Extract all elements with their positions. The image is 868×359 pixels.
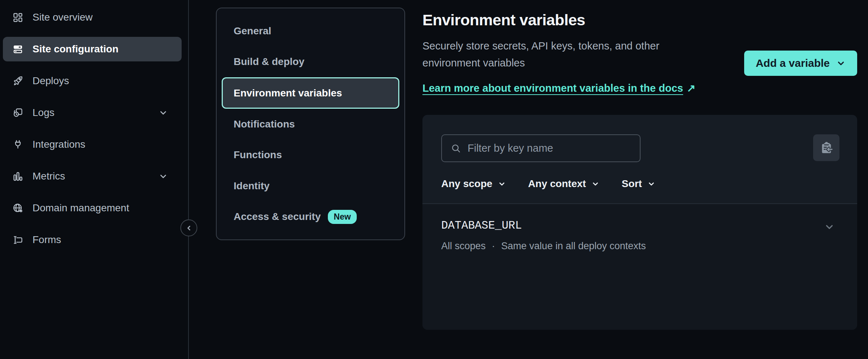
external-link-icon: ↗	[687, 79, 695, 97]
sidebar: Site overview Site configuration	[0, 0, 189, 359]
page-header: Environment variables Securely store sec…	[422, 8, 857, 97]
chevron-down-icon	[591, 180, 599, 188]
bar-chart-icon	[12, 171, 23, 182]
chevron-down-icon[interactable]	[159, 172, 168, 181]
chevron-down-icon	[647, 180, 655, 188]
config-tab-label: Functions	[234, 149, 282, 161]
config-tab-notifications[interactable]: Notifications	[222, 109, 399, 139]
config-tab-general[interactable]: General	[222, 16, 399, 46]
context-filter-dropdown[interactable]: Any context	[528, 178, 599, 190]
config-tab-access-security[interactable]: Access & security New	[222, 202, 399, 232]
sort-dropdown[interactable]: Sort	[622, 178, 655, 190]
config-tab-label: Build & deploy	[234, 56, 304, 68]
config-tab-label: Identity	[234, 180, 270, 192]
env-var-meta: All scopes · Same value in all deploy co…	[441, 241, 646, 252]
sidebar-item-label: Deploys	[32, 75, 69, 87]
config-tab-label: Environment variables	[234, 87, 342, 99]
site-settings-page: Site overview Site configuration	[0, 0, 868, 359]
new-badge: New	[328, 210, 356, 224]
sidebar-collapse-button[interactable]	[181, 220, 198, 237]
environment-variables-section: Environment variables Securely store sec…	[422, 8, 857, 359]
sidebar-item-logs[interactable]: Logs	[3, 100, 182, 125]
page-description: Securely store secrets, API keys, tokens…	[422, 38, 708, 72]
filter-input-container	[441, 134, 641, 162]
logs-icon	[12, 107, 23, 118]
plug-icon	[12, 139, 23, 150]
filter-key-input[interactable]	[468, 142, 631, 154]
chevron-down-icon[interactable]	[159, 108, 168, 117]
sidebar-item-label: Metrics	[32, 170, 65, 182]
expand-row-chevron-icon[interactable]	[824, 221, 835, 232]
sidebar-item-site-configuration[interactable]: Site configuration	[3, 37, 182, 61]
config-tab-label: Access & security	[234, 211, 321, 222]
sidebar-item-domain-management[interactable]: Domain management	[3, 196, 182, 220]
globe-icon	[12, 203, 23, 214]
sidebar-item-forms[interactable]: Forms	[3, 228, 182, 252]
env-var-info: DATABASE_URL All scopes · Same value in …	[441, 219, 646, 252]
env-var-row[interactable]: DATABASE_URL All scopes · Same value in …	[441, 219, 835, 252]
env-vars-panel: Any scope Any context Sort	[422, 115, 857, 330]
rocket-icon	[12, 75, 23, 87]
config-tab-functions[interactable]: Functions	[222, 140, 399, 170]
chevron-down-icon	[836, 59, 846, 68]
env-vars-filters: Any scope Any context Sort	[422, 115, 857, 203]
env-var-key: DATABASE_URL	[441, 219, 646, 232]
config-tab-label: Notifications	[234, 118, 295, 130]
server-icon	[12, 44, 23, 55]
page-title: Environment variables	[422, 11, 708, 29]
site-configuration-nav: General Build & deploy Environment varia…	[216, 8, 405, 240]
sidebar-item-metrics[interactable]: Metrics	[3, 164, 182, 189]
grid-icon	[12, 12, 23, 23]
search-icon	[451, 143, 461, 154]
scope-filter-dropdown[interactable]: Any scope	[441, 178, 506, 190]
config-tab-label: General	[234, 25, 271, 37]
import-env-button[interactable]	[813, 134, 839, 161]
clipboard-import-icon	[820, 141, 833, 154]
add-variable-button[interactable]: Add a variable	[744, 51, 857, 76]
chevron-left-icon	[185, 224, 193, 232]
config-tab-build-deploy[interactable]: Build & deploy	[222, 46, 399, 77]
meta-separator: ·	[492, 241, 495, 252]
sidebar-item-label: Domain management	[32, 202, 129, 214]
sidebar-item-deploys[interactable]: Deploys	[3, 69, 182, 93]
main-content: General Build & deploy Environment varia…	[189, 0, 868, 359]
config-tab-identity[interactable]: Identity	[222, 170, 399, 201]
sidebar-item-label: Logs	[32, 107, 55, 118]
form-icon	[12, 234, 23, 246]
sidebar-item-site-overview[interactable]: Site overview	[3, 5, 182, 30]
docs-link[interactable]: Learn more about environment variables i…	[422, 82, 695, 94]
sidebar-item-label: Integrations	[32, 139, 85, 150]
sidebar-item-label: Site overview	[32, 12, 93, 23]
sidebar-item-label: Site configuration	[32, 43, 118, 55]
env-var-scope: All scopes	[441, 241, 486, 252]
sidebar-item-label: Forms	[32, 234, 61, 246]
config-tab-environment-variables[interactable]: Environment variables	[222, 77, 399, 109]
env-vars-list: DATABASE_URL All scopes · Same value in …	[422, 203, 857, 330]
sidebar-item-integrations[interactable]: Integrations	[3, 132, 182, 157]
env-var-contexts: Same value in all deploy contexts	[501, 241, 646, 252]
chevron-down-icon	[498, 180, 506, 188]
